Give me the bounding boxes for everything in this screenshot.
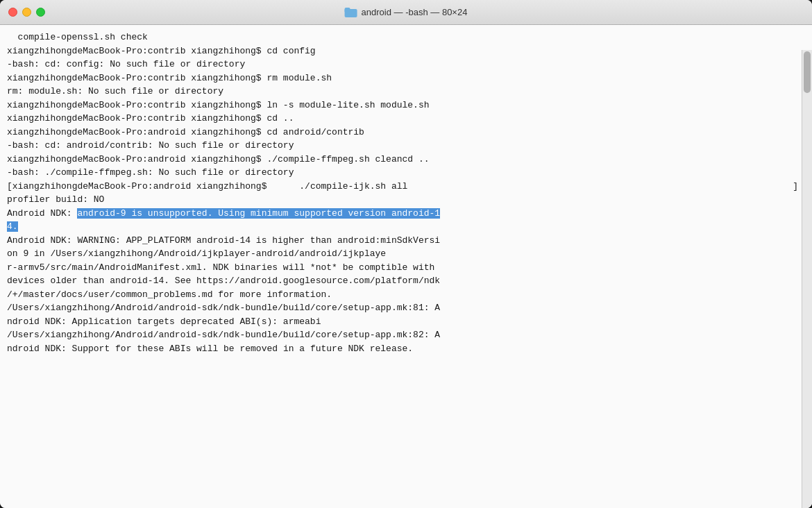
terminal-line: xiangzhihongdeMacBook-Pro:android xiangz… <box>7 126 798 139</box>
terminal-window: android — -bash — 80×24 compile-openssl.… <box>0 0 812 508</box>
terminal-line-last: ndroid NDK: Support for these ABIs will … <box>7 342 798 356</box>
terminal-line: xiangzhihongdeMacBook-Pro:contrib xiangz… <box>7 71 798 85</box>
terminal-line: xiangzhihongdeMacBook-Pro:contrib xiangz… <box>7 99 798 112</box>
bracket-left: [ <box>7 180 12 194</box>
folder-icon <box>345 8 357 17</box>
terminal-line: -bash: cd: config: No such file or direc… <box>7 58 798 71</box>
bracket-right: ] <box>793 180 798 194</box>
terminal-line: [ xiangzhihongdeMacBook-Pro:android xian… <box>7 180 798 194</box>
maximize-button[interactable] <box>36 8 45 17</box>
minimize-button[interactable] <box>22 8 31 17</box>
terminal-line: xiangzhihongdeMacBook-Pro:android xiangz… <box>7 153 798 167</box>
window-title: android — -bash — 80×24 <box>362 7 468 17</box>
terminal-line: /+/master/docs/user/common_problems.md f… <box>7 288 798 302</box>
terminal-line-highlight: Android NDK: android-9 is unsupported. U… <box>7 207 798 234</box>
highlighted-text: android-9 is unsupported. Using minimum … <box>7 208 440 232</box>
scrollbar-thumb[interactable] <box>804 51 811 93</box>
terminal-line: -bash: ./compile-ffmpeg.sh: No such file… <box>7 166 798 180</box>
terminal-body[interactable]: compile-openssl.sh check xiangzhihongdeM… <box>0 25 812 508</box>
terminal-line: /Users/xiangzhihong/Android/android-sdk/… <box>7 301 798 315</box>
title-area: android — -bash — 80×24 <box>345 7 468 17</box>
terminal-line: -bash: cd: android/contrib: No such file… <box>7 139 798 153</box>
terminal-line: rm: module.sh: No such file or directory <box>7 85 798 99</box>
word-these: these <box>137 344 164 354</box>
terminal-line: profiler build: NO <box>7 193 798 207</box>
titlebar: android — -bash — 80×24 <box>0 0 812 25</box>
terminal-line: xiangzhihongdeMacBook-Pro:contrib xiangz… <box>7 44 798 58</box>
scrollbar[interactable] <box>802 50 812 508</box>
close-button[interactable] <box>8 8 17 17</box>
terminal-line: compile-openssl.sh check <box>7 31 798 44</box>
terminal-line: r-armv5/src/main/AndroidManifest.xml. ND… <box>7 261 798 275</box>
terminal-line: on 9 in /Users/xiangzhihong/Android/ijkp… <box>7 247 798 261</box>
terminal-line: ndroid NDK: Application targets deprecat… <box>7 315 798 329</box>
traffic-lights <box>8 8 45 17</box>
command-line-text: xiangzhihongdeMacBook-Pro:android xiangz… <box>12 180 408 194</box>
terminal-line: xiangzhihongdeMacBook-Pro:contrib xiangz… <box>7 112 798 126</box>
terminal-line: devices older than android-14. See https… <box>7 274 798 288</box>
terminal-line: /Users/xiangzhihong/Android/android-sdk/… <box>7 328 798 342</box>
terminal-line: Android NDK: WARNING: APP_PLATFORM andro… <box>7 234 798 248</box>
